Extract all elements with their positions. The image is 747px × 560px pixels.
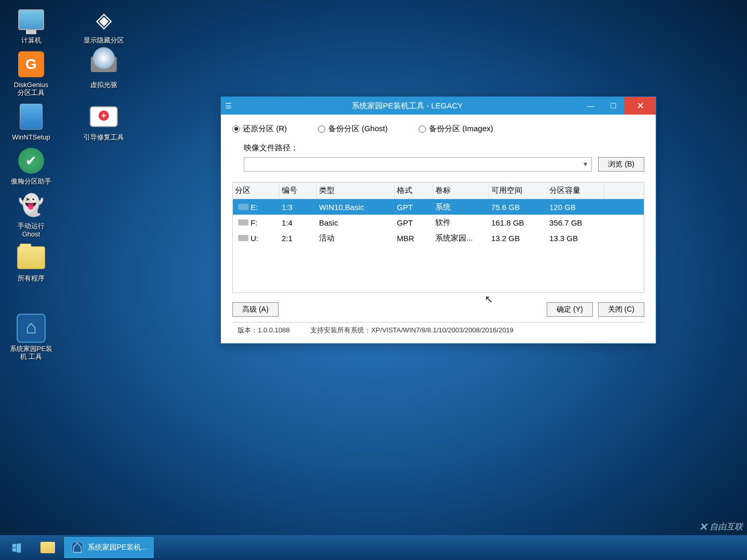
th-format[interactable]: 格式 bbox=[395, 183, 433, 199]
radio-restore-partition[interactable]: 还原分区 (R) bbox=[232, 124, 287, 134]
icon-label: 系统家园PE装 机 工具 bbox=[10, 345, 52, 361]
th-number[interactable]: 编号 bbox=[280, 183, 317, 199]
table-body: E:1:3WIN10,BasicGPT系统75.6 GB120 GBF:1:4B… bbox=[233, 199, 644, 292]
pe-app-icon bbox=[71, 541, 84, 554]
window-controls: — ☐ ✕ bbox=[579, 97, 656, 115]
taskbar-item-label: 系统家园PE装机... bbox=[88, 543, 147, 552]
desktop-icon-pe-installer[interactable]: 系统家园PE装 机 工具 bbox=[5, 314, 57, 361]
th-type[interactable]: 类型 bbox=[317, 183, 395, 199]
desktop-icon-diskgenius[interactable]: G DiskGenius 分区工具 bbox=[5, 50, 57, 97]
desktop-icon-ghost[interactable]: 👻 手动运行 Ghost bbox=[5, 191, 57, 238]
radio-unchecked-icon bbox=[419, 125, 426, 133]
desktop-icon-virtual-cd[interactable]: 虚拟光驱 bbox=[78, 50, 130, 97]
close-button[interactable]: ✕ bbox=[625, 97, 656, 115]
icon-label: 手动运行 Ghost bbox=[18, 222, 45, 238]
icon-label: 计算机 bbox=[21, 36, 42, 45]
pe-app-icon bbox=[17, 314, 46, 343]
winntsetup-icon bbox=[17, 102, 46, 131]
th-free[interactable]: 可用空间 bbox=[489, 183, 547, 199]
taskbar-pe-installer[interactable]: 系统家园PE装机... bbox=[64, 537, 154, 558]
disk-icon bbox=[238, 219, 248, 226]
minimize-button[interactable]: — bbox=[579, 97, 602, 115]
th-size[interactable]: 分区容量 bbox=[547, 183, 604, 199]
browse-button[interactable]: 浏览 (B) bbox=[598, 157, 644, 172]
close-window-button[interactable]: 关闭 (C) bbox=[598, 302, 644, 317]
icon-label: WinNTSetup bbox=[12, 133, 50, 142]
table-row[interactable]: E:1:3WIN10,BasicGPT系统75.6 GB120 GB bbox=[233, 199, 644, 215]
icon-label: DiskGenius 分区工具 bbox=[14, 81, 48, 97]
partition-icon: ◈ bbox=[89, 5, 118, 34]
diskgenius-icon: G bbox=[17, 50, 46, 79]
advanced-button[interactable]: 高级 (A) bbox=[232, 302, 279, 317]
table-header: 分区 编号 类型 格式 卷标 可用空间 分区容量 bbox=[233, 183, 644, 199]
watermark: 自由互联 bbox=[699, 521, 743, 533]
status-bar: 版本：1.0.0.1088 支持安装所有系统：XP/VISTA/WIN7/8/8… bbox=[232, 322, 644, 338]
icon-label: 傲梅分区助手 bbox=[11, 177, 51, 186]
app-icon: ☰ bbox=[221, 102, 236, 110]
image-path-label: 映像文件路径： bbox=[244, 143, 644, 153]
image-path-dropdown[interactable] bbox=[244, 157, 592, 172]
computer-icon bbox=[17, 5, 46, 34]
window-body: 还原分区 (R) 备份分区 (Ghost) 备份分区 (Imagex) 映像文件… bbox=[221, 115, 656, 343]
desktop-icon-winntsetup[interactable]: WinNTSetup bbox=[5, 102, 57, 142]
table-row[interactable]: U:2:1活动MBR系统家园...13.2 GB13.3 GB bbox=[233, 230, 644, 246]
support-text: 支持安装所有系统：XP/VISTA/WIN7/8/8.1/10/2003/200… bbox=[310, 326, 513, 335]
desktop-icon-show-hidden-partition[interactable]: ◈ 显示隐藏分区 bbox=[78, 5, 130, 45]
radio-backup-ghost[interactable]: 备份分区 (Ghost) bbox=[318, 124, 388, 134]
radio-unchecked-icon bbox=[318, 125, 325, 133]
disk-icon bbox=[238, 204, 248, 210]
folder-icon bbox=[17, 243, 46, 272]
aomei-icon bbox=[17, 146, 46, 175]
taskbar: 系统家园PE装机... bbox=[0, 535, 747, 560]
ok-button[interactable]: 确定 (Y) bbox=[547, 302, 593, 317]
mode-radio-group: 还原分区 (R) 备份分区 (Ghost) 备份分区 (Imagex) bbox=[232, 124, 644, 134]
ghost-icon: 👻 bbox=[17, 191, 46, 220]
radio-checked-icon bbox=[232, 125, 240, 133]
window-title: 系统家园PE装机工具 - LEGACY bbox=[236, 101, 579, 111]
desktop-icon-boot-repair[interactable]: 引导修复工具 bbox=[78, 102, 130, 142]
start-button[interactable] bbox=[2, 537, 31, 558]
icon-label: 所有程序 bbox=[18, 274, 45, 283]
radio-backup-imagex[interactable]: 备份分区 (Imagex) bbox=[419, 124, 493, 134]
th-partition[interactable]: 分区 bbox=[233, 183, 280, 199]
pe-installer-window: ☰ 系统家园PE装机工具 - LEGACY — ☐ ✕ 还原分区 (R) 备份分… bbox=[220, 96, 656, 344]
titlebar[interactable]: ☰ 系统家园PE装机工具 - LEGACY — ☐ ✕ bbox=[221, 97, 656, 115]
icon-label: 显示隐藏分区 bbox=[84, 36, 124, 45]
cd-drive-icon bbox=[89, 50, 118, 79]
version-text: 版本：1.0.0.1088 bbox=[238, 326, 289, 335]
taskbar-file-explorer[interactable] bbox=[34, 537, 61, 558]
partition-table: 分区 编号 类型 格式 卷标 可用空间 分区容量 E:1:3WIN10,Basi… bbox=[232, 182, 644, 293]
table-row[interactable]: F:1:4BasicGPT软件161.8 GB356.7 GB bbox=[233, 215, 644, 230]
toolbox-icon bbox=[89, 102, 118, 131]
desktop-icons-area: 计算机 ◈ 显示隐藏分区 G DiskGenius 分区工具 虚拟光驱 WinN… bbox=[0, 0, 135, 366]
desktop-icon-computer[interactable]: 计算机 bbox=[5, 5, 57, 45]
icon-label: 引导修复工具 bbox=[84, 133, 124, 142]
radio-label: 还原分区 (R) bbox=[243, 124, 287, 134]
maximize-button[interactable]: ☐ bbox=[602, 97, 625, 115]
radio-label: 备份分区 (Ghost) bbox=[328, 124, 388, 134]
disk-icon bbox=[238, 235, 248, 241]
folder-icon bbox=[40, 542, 55, 553]
icon-label: 虚拟光驱 bbox=[90, 81, 117, 89]
th-label[interactable]: 卷标 bbox=[433, 183, 489, 199]
desktop-icon-all-programs[interactable]: 所有程序 bbox=[5, 243, 57, 283]
windows-icon bbox=[11, 542, 22, 553]
radio-label: 备份分区 (Imagex) bbox=[429, 124, 493, 134]
desktop-icon-aomei[interactable]: 傲梅分区助手 bbox=[5, 146, 57, 186]
